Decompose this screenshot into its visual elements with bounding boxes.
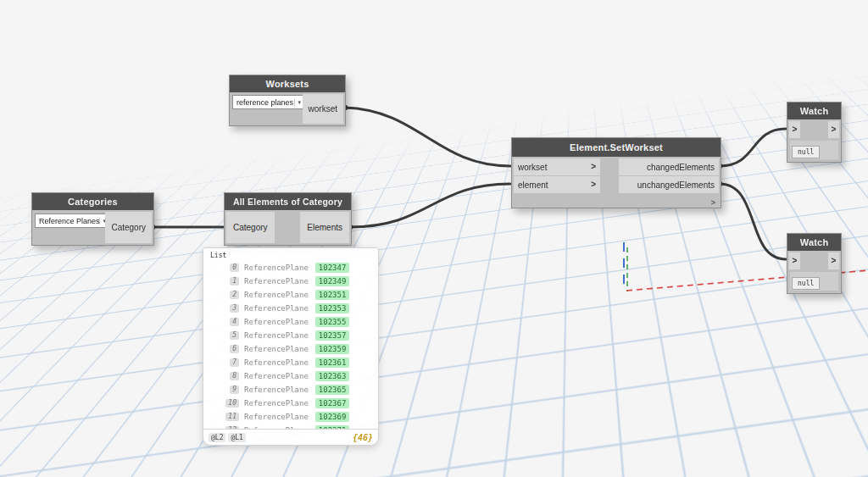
list-item: 8ReferencePlane102363 <box>219 369 378 383</box>
allelements-output-port[interactable]: Elements <box>300 212 349 243</box>
node-categories[interactable]: Categories Reference Planes ▾ Category <box>31 192 154 246</box>
list-item-type: ReferencePlane <box>244 277 309 286</box>
port-chevron-icon: > <box>832 257 837 265</box>
node-watch-top-header[interactable]: Watch <box>787 103 841 119</box>
node-element-setworkset-header[interactable]: Element.SetWorkset <box>512 138 721 157</box>
preview-levels: @L2 @L1 <box>209 433 246 442</box>
watch-top-value: null <box>792 146 820 158</box>
list-item: 4ReferencePlane102355 <box>219 315 378 329</box>
list-item-type: ReferencePlane <box>244 413 309 421</box>
node-watch-bottom[interactable]: Watch > > null <box>787 233 842 294</box>
list-item-value: 102365 <box>315 385 350 396</box>
node-watch-bottom-header[interactable]: Watch <box>787 234 841 251</box>
output-label-unchangedelements: unchangedElements <box>637 180 715 190</box>
setworkset-output-port-unchangedelements[interactable]: unchangedElements <box>619 176 719 193</box>
list-item-index: 4 <box>230 318 239 326</box>
port-chevron-icon: > <box>591 180 596 189</box>
port-chevron-icon: > <box>793 257 798 265</box>
watch-top-input-port[interactable]: > <box>789 121 800 138</box>
preview-footer: @L2 @L1 {46} <box>203 429 378 445</box>
list-item-value: 102353 <box>315 303 350 314</box>
list-item: 5ReferencePlane102357 <box>219 329 378 342</box>
preview-title: List <box>203 248 378 261</box>
list-item-index: 8 <box>230 372 239 380</box>
preview-item-count: {46} <box>353 433 373 442</box>
allelements-input-label: Category <box>233 223 268 232</box>
list-item: 10ReferencePlane102367 <box>219 397 378 410</box>
level-badge[interactable]: @L2 <box>209 433 225 442</box>
input-label-element: element <box>518 180 548 190</box>
list-item: 2ReferencePlane102351 <box>219 288 378 302</box>
list-item: 1ReferencePlane102349 <box>219 275 378 288</box>
setworkset-input-port-workset[interactable]: workset > <box>514 158 600 175</box>
list-item-index: 9 <box>230 385 239 394</box>
dynamo-canvas[interactable]: Worksets reference planes ▾ workset Watc… <box>0 0 868 477</box>
worksets-output-label: workset <box>309 104 337 114</box>
watch-bottom-value: null <box>792 277 820 290</box>
worksets-dropdown[interactable]: reference planes ▾ <box>232 95 304 109</box>
list-item-index: 5 <box>230 331 239 340</box>
input-label-workset: workset <box>518 163 547 172</box>
list-item-value: 102361 <box>315 358 350 369</box>
list-item-index: 10 <box>225 399 239 408</box>
list-item-index: 1 <box>230 277 239 286</box>
list-item-type: ReferencePlane <box>244 372 309 380</box>
categories-output-port[interactable]: Category <box>105 212 152 243</box>
list-item: 11ReferencePlane102369 <box>219 410 378 424</box>
node-all-elements-of-category[interactable]: All Elements of Category Category Elemen… <box>224 192 352 246</box>
list-item-value: 102369 <box>315 412 350 423</box>
categories-output-label: Category <box>111 223 146 232</box>
preview-rows[interactable]: 0ReferencePlane1023471ReferencePlane1023… <box>203 261 378 429</box>
list-item-index: 11 <box>225 413 239 421</box>
list-item-type: ReferencePlane <box>244 358 309 367</box>
list-item-type: ReferencePlane <box>244 318 309 326</box>
list-item-value: 102359 <box>315 344 350 355</box>
categories-dropdown-value: Reference Planes <box>39 217 99 225</box>
list-item-index: 12 <box>225 426 239 429</box>
watch-bottom-input-port[interactable]: > <box>789 252 800 269</box>
list-item-type: ReferencePlane <box>244 291 309 299</box>
node-categories-header[interactable]: Categories <box>32 193 153 210</box>
list-item-index: 2 <box>230 291 239 299</box>
list-item-type: ReferencePlane <box>244 263 309 272</box>
node-all-elements-header[interactable]: All Elements of Category <box>225 193 351 210</box>
port-chevron-icon: > <box>591 163 596 171</box>
list-item-type: ReferencePlane <box>244 345 309 353</box>
preview-bubble[interactable]: List 0ReferencePlane1023471ReferencePlan… <box>203 247 379 446</box>
worksets-output-port[interactable]: workset <box>303 94 343 124</box>
list-item-index: 3 <box>230 304 239 313</box>
list-item-value: 102349 <box>315 276 350 287</box>
list-item-type: ReferencePlane <box>244 399 309 408</box>
level-badge[interactable]: @L1 <box>228 433 245 442</box>
node-element-setworkset[interactable]: Element.SetWorkset workset > element > c… <box>511 137 721 208</box>
list-item-value: 102355 <box>315 317 350 328</box>
node-worksets-header[interactable]: Worksets <box>230 75 345 92</box>
watch-top-value-area: null <box>790 141 838 159</box>
setworkset-input-port-element[interactable]: element > <box>514 176 600 193</box>
list-item-value: 102363 <box>315 371 350 382</box>
allelements-output-label: Elements <box>307 223 342 232</box>
allelements-input-port[interactable]: Category <box>226 212 275 243</box>
list-item-type: ReferencePlane <box>244 426 309 429</box>
worksets-dropdown-value: reference planes <box>236 98 293 107</box>
list-item: 6ReferencePlane102359 <box>219 342 378 356</box>
port-chevron-icon: > <box>832 125 837 134</box>
watch-bottom-value-area: null <box>790 272 838 291</box>
port-chevron-icon: > <box>793 125 798 134</box>
watch-top-output-port[interactable]: > <box>828 121 839 138</box>
list-item-index: 0 <box>230 263 239 272</box>
list-item: 3ReferencePlane102353 <box>219 302 378 315</box>
lacing-indicator-icon[interactable]: > <box>711 198 715 207</box>
node-watch-top[interactable]: Watch > > null <box>787 102 842 163</box>
categories-dropdown[interactable]: Reference Planes ▾ <box>35 214 109 228</box>
list-item: 0ReferencePlane102347 <box>219 261 378 275</box>
list-item-value: 102347 <box>315 263 350 274</box>
node-worksets[interactable]: Worksets reference planes ▾ workset <box>229 75 346 126</box>
list-item-value: 102357 <box>315 330 350 341</box>
list-item-type: ReferencePlane <box>244 385 309 394</box>
list-item-index: 6 <box>230 345 239 353</box>
list-item-type: ReferencePlane <box>244 304 309 313</box>
watch-bottom-output-port[interactable]: > <box>828 252 839 269</box>
list-item-index: 7 <box>230 358 239 367</box>
setworkset-output-port-changedelements[interactable]: changedElements <box>619 158 719 175</box>
